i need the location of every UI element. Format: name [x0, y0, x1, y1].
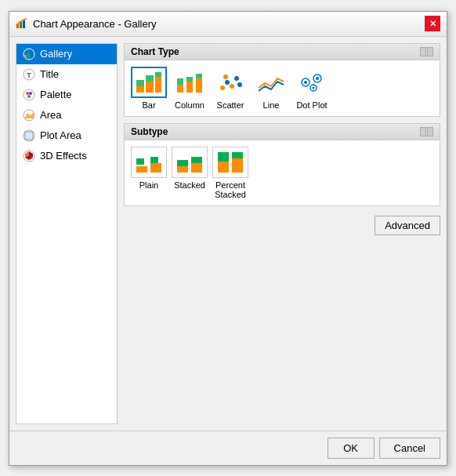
chart-type-line[interactable]: Line [253, 67, 289, 110]
svg-point-6 [25, 18, 27, 20]
svg-rect-26 [136, 86, 144, 93]
svg-rect-10 [31, 51, 33, 58]
chart-type-dotplot[interactable]: Dot Plot [294, 67, 330, 110]
title-icon-sidebar: T [23, 68, 35, 81]
svg-point-16 [27, 95, 31, 98]
svg-rect-54 [177, 166, 188, 173]
column-label: Column [175, 100, 204, 110]
bar-icon [131, 67, 167, 98]
close-button[interactable]: ✕ [425, 16, 440, 31]
svg-rect-55 [177, 160, 188, 166]
subtype-header: Subtype [125, 124, 440, 140]
subtype-percent-stacked[interactable]: PercentStacked [212, 147, 248, 199]
sidebar-label-gallery: Gallery [40, 48, 72, 60]
sidebar-label-3deffects: 3D Effects [40, 150, 87, 162]
svg-point-15 [29, 92, 32, 95]
chart-type-scatter[interactable]: Scatter [212, 67, 248, 110]
svg-rect-33 [177, 78, 183, 85]
svg-rect-56 [191, 163, 202, 173]
chart-appearance-dialog: Chart Appearance - Gallery ✕ Gallery [9, 11, 447, 466]
svg-rect-35 [186, 77, 193, 82]
sidebar-label-title: Title [40, 68, 59, 80]
svg-rect-8 [24, 55, 27, 58]
svg-rect-50 [136, 166, 147, 173]
sidebar-item-area[interactable]: Area [16, 105, 117, 125]
chart-type-column[interactable]: Column [172, 67, 208, 110]
svg-rect-31 [155, 72, 161, 77]
svg-rect-61 [232, 152, 243, 158]
sidebar-item-gallery[interactable]: Gallery [16, 44, 117, 64]
svg-point-3 [16, 24, 17, 26]
dotplot-label: Dot Plot [296, 100, 327, 110]
svg-rect-34 [186, 82, 193, 93]
chart-type-header: Chart Type [125, 44, 440, 60]
subtype-label: Subtype [131, 126, 168, 137]
svg-point-39 [225, 80, 230, 85]
svg-rect-59 [218, 152, 229, 162]
stacked-icon [172, 147, 208, 178]
chart-type-section: Chart Type [124, 43, 440, 117]
svg-rect-52 [150, 163, 161, 173]
plain-label: Plain [139, 180, 158, 190]
svg-rect-36 [196, 78, 202, 93]
chart-type-bar[interactable]: Bar [131, 67, 167, 110]
percent-stacked-icon [212, 147, 248, 178]
chart-type-grid: Bar [125, 60, 440, 116]
svg-rect-57 [191, 157, 202, 163]
subtype-section: Subtype [124, 123, 440, 206]
advanced-row: Advanced [124, 213, 440, 238]
cancel-button[interactable]: Cancel [379, 438, 440, 459]
3deffects-icon-sidebar [23, 150, 35, 162]
column-icon [172, 67, 208, 98]
sidebar-label-plotarea: Plot Area [40, 129, 81, 141]
svg-point-49 [313, 86, 315, 89]
palette-icon-sidebar [23, 89, 35, 101]
area-icon-sidebar [23, 109, 35, 122]
stacked-label: Stacked [174, 180, 205, 190]
sidebar-item-palette[interactable]: Palette [16, 85, 117, 105]
header-scroll-decoration [420, 47, 433, 56]
svg-marker-18 [24, 112, 34, 118]
svg-rect-37 [196, 74, 202, 78]
sidebar-item-3deffects[interactable]: 3D Effects [16, 146, 117, 166]
svg-point-5 [22, 20, 24, 21]
svg-point-47 [316, 77, 319, 80]
ok-button[interactable]: OK [328, 438, 375, 459]
svg-rect-30 [155, 77, 161, 93]
dialog-title: Chart Appearance - Gallery [33, 18, 157, 30]
subtype-plain[interactable]: Plain [131, 147, 167, 190]
advanced-button[interactable]: Advanced [375, 216, 440, 235]
dotplot-icon [294, 67, 330, 98]
svg-point-40 [230, 84, 234, 89]
svg-point-43 [237, 82, 242, 87]
sidebar-item-title[interactable]: T Title [16, 64, 117, 85]
svg-rect-32 [177, 85, 183, 93]
sidebar: Gallery T Title Palette [16, 43, 118, 424]
scatter-icon [212, 67, 248, 98]
title-bar: Chart Appearance - Gallery ✕ [9, 12, 447, 37]
gallery-icon [23, 48, 35, 60]
dialog-footer: OK Cancel [9, 431, 447, 465]
svg-rect-21 [26, 133, 32, 139]
dialog-icon [16, 17, 28, 30]
svg-rect-53 [150, 157, 158, 163]
svg-rect-29 [146, 75, 154, 82]
plotarea-icon-sidebar [23, 129, 35, 142]
scatter-label: Scatter [217, 100, 244, 110]
svg-point-4 [19, 21, 20, 23]
dialog-body: Gallery T Title Palette [9, 37, 447, 431]
percent-stacked-label: PercentStacked [215, 180, 246, 199]
chart-type-label: Chart Type [131, 46, 179, 57]
svg-point-14 [26, 92, 29, 95]
bar-label: Bar [142, 100, 155, 110]
svg-rect-9 [27, 53, 30, 58]
svg-text:T: T [27, 71, 31, 79]
subtype-stacked[interactable]: Stacked [172, 147, 208, 190]
line-icon [253, 67, 289, 98]
sidebar-label-palette: Palette [40, 89, 71, 100]
svg-rect-27 [136, 80, 144, 86]
title-bar-left: Chart Appearance - Gallery [16, 17, 157, 30]
svg-point-42 [223, 74, 228, 79]
sidebar-item-plotarea[interactable]: Plot Area [16, 125, 117, 146]
main-content: Chart Type [124, 43, 440, 424]
